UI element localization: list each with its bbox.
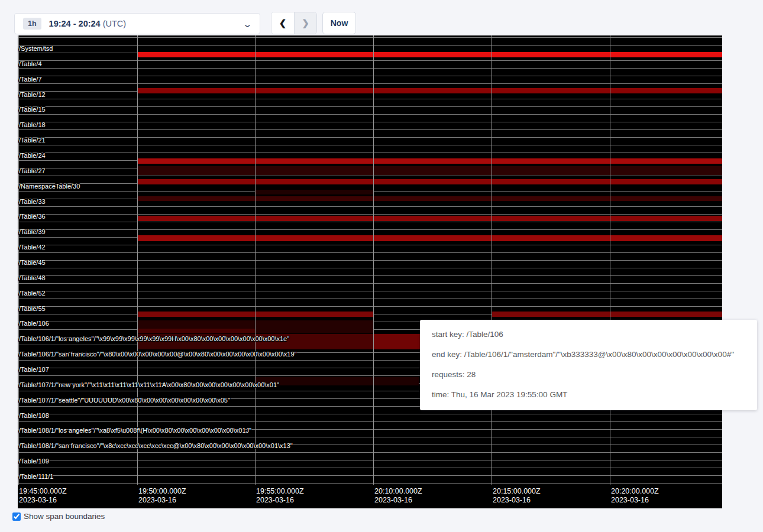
heat-band xyxy=(255,377,419,385)
axis-tick-date: 2023-03-16 xyxy=(493,496,531,505)
span-boundary-line xyxy=(18,268,722,268)
span-boundary-line xyxy=(18,452,722,453)
heat-band xyxy=(137,179,722,184)
axis-tick-date: 2023-03-16 xyxy=(19,496,57,505)
time-gridline xyxy=(610,35,610,485)
span-boundary-line xyxy=(18,37,722,38)
heat-band xyxy=(137,158,722,164)
row-label: /Table/107/1/"new york"/"\x11\x11\x11\x1… xyxy=(19,381,279,388)
tooltip-start-key: start key: /Table/106 xyxy=(432,325,745,345)
axis-tick-time: 20:15:00.000Z xyxy=(493,487,541,496)
axis-tick-time: 20:20:00.000Z xyxy=(611,487,659,496)
row-label: /Table/27 xyxy=(19,167,46,174)
span-boundary-line xyxy=(18,283,722,284)
row-label: /Table/108/1/"los angeles"/"\xa8\xf5\u00… xyxy=(19,427,251,434)
row-label: /Table/48 xyxy=(19,274,46,281)
span-boundary-line xyxy=(18,83,722,84)
span-boundary-line xyxy=(18,414,722,414)
row-label: /Table/106 xyxy=(19,320,49,327)
span-boundary-line xyxy=(18,60,722,61)
tooltip-time: time: Thu, 16 Mar 2023 19:55:00 GMT xyxy=(432,385,745,405)
row-label: /Table/24 xyxy=(19,152,46,159)
span-boundary-line xyxy=(18,129,722,130)
heat-band xyxy=(137,329,255,333)
span-boundary-line xyxy=(18,76,722,76)
row-label: /Table/108 xyxy=(19,412,49,419)
row-label: /Table/109 xyxy=(19,458,49,465)
row-label: /Table/33 xyxy=(19,198,46,205)
span-boundary-line xyxy=(18,468,722,468)
row-label: /Table/12 xyxy=(19,91,46,98)
span-boundary-line xyxy=(18,214,722,215)
time-range-label: 19:24 - 20:24(UTC) xyxy=(49,19,127,28)
row-label: /NamespaceTable/30 xyxy=(19,183,80,190)
row-label: /Table/52 xyxy=(19,290,46,297)
time-range-preset-badge: 1h xyxy=(23,18,41,30)
axis-tick-date: 2023-03-16 xyxy=(138,496,176,505)
span-boundary-line xyxy=(18,145,722,145)
span-boundary-line xyxy=(18,222,722,222)
heat-band xyxy=(137,166,722,175)
time-nav-group: ❮ ❯ xyxy=(271,12,317,34)
chevron-down-icon: ⌄ xyxy=(243,20,253,28)
span-boundary-line xyxy=(18,245,722,245)
span-boundaries-control: Show span boundaries xyxy=(12,512,105,521)
tooltip-requests: requests: 28 xyxy=(432,365,745,385)
row-label: /System/tsd xyxy=(19,45,53,52)
row-label: /Table/111/1 xyxy=(19,473,53,480)
span-boundary-line xyxy=(18,68,722,69)
axis-tick-date: 2023-03-16 xyxy=(611,496,649,505)
axis-tick-date: 2023-03-16 xyxy=(374,496,412,505)
time-gridline xyxy=(373,35,374,485)
row-label: /Table/39 xyxy=(19,228,46,235)
heat-band xyxy=(137,235,722,241)
row-label: /Table/18 xyxy=(19,121,46,128)
heat-band xyxy=(137,196,722,201)
axis-tick-time: 19:50:00.000Z xyxy=(138,487,186,496)
next-range-button[interactable]: ❯ xyxy=(294,12,316,34)
span-boundary-line xyxy=(18,122,722,122)
heat-band xyxy=(137,52,722,57)
row-label: /Table/45 xyxy=(19,259,46,266)
span-boundary-line xyxy=(18,106,722,107)
key-visualizer-canvas[interactable]: /System/tsd/Table/4/Table/7/Table/12/Tab… xyxy=(18,35,722,508)
hover-tooltip: start key: /Table/106 end key: /Table/10… xyxy=(420,320,757,410)
row-label: /Table/7 xyxy=(19,76,42,83)
span-boundary-line xyxy=(18,475,722,476)
span-boundary-line xyxy=(18,252,722,253)
row-label: /Table/36 xyxy=(19,213,46,220)
span-boundary-line xyxy=(18,275,722,276)
span-boundary-line xyxy=(18,460,722,460)
row-label: /Table/42 xyxy=(19,244,46,251)
show-span-boundaries-checkbox[interactable] xyxy=(12,512,21,521)
heat-band xyxy=(255,190,373,194)
axis-tick-time: 20:10:00.000Z xyxy=(374,487,422,496)
time-gridline xyxy=(137,35,138,485)
span-boundary-line xyxy=(18,306,722,307)
heat-band xyxy=(492,312,722,317)
time-range-timezone: (UTC) xyxy=(103,19,126,28)
span-boundary-line xyxy=(18,99,722,99)
row-label: /Table/4 xyxy=(19,60,42,67)
show-span-boundaries-label: Show span boundaries xyxy=(24,512,105,521)
span-boundary-line xyxy=(18,137,722,138)
heat-band xyxy=(137,216,722,221)
span-boundary-line xyxy=(18,437,722,437)
time-gridline xyxy=(255,35,256,485)
prev-range-button[interactable]: ❮ xyxy=(271,12,294,34)
tooltip-end-key: end key: /Table/106/1/"amsterdam"/"\xb33… xyxy=(432,345,745,365)
span-boundary-line xyxy=(18,229,722,230)
heat-band xyxy=(137,88,722,93)
row-label: /Table/15 xyxy=(19,106,46,113)
now-button[interactable]: Now xyxy=(322,12,356,34)
time-range-selector[interactable]: 1h 19:24 - 20:24(UTC) ⌄ xyxy=(14,13,260,34)
row-label: /Table/107/1/"seattle"/"UUUUUUD\x00\x80\… xyxy=(19,397,230,404)
row-label: /Table/21 xyxy=(19,137,46,144)
span-boundary-line xyxy=(18,299,722,299)
axis-tick-date: 2023-03-16 xyxy=(256,496,294,505)
time-gridline xyxy=(492,35,492,485)
span-boundary-line xyxy=(18,153,722,153)
span-boundary-line xyxy=(18,114,722,115)
row-label: /Table/107 xyxy=(19,366,49,373)
span-boundary-line xyxy=(18,260,722,261)
